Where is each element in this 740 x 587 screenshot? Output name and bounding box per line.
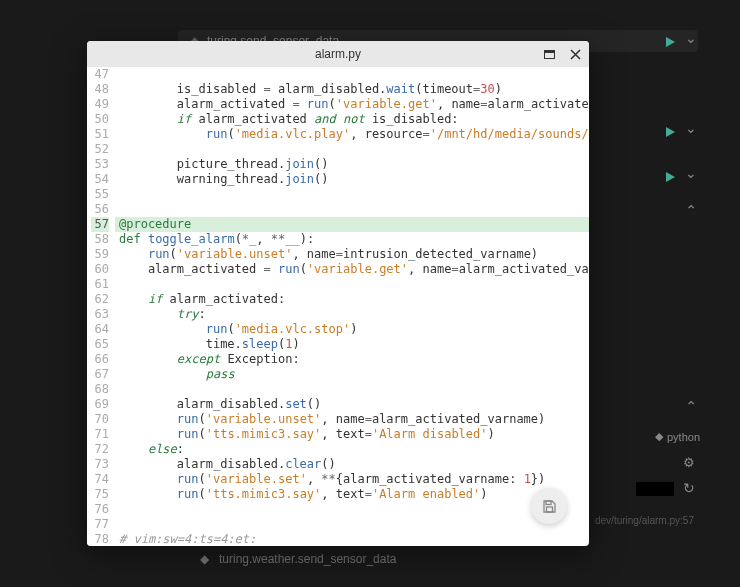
line-number: 64 (91, 322, 109, 337)
line-number: 71 (91, 427, 109, 442)
empty-badge (636, 482, 674, 496)
editor-area[interactable]: 4748495051525354555657585960616263646566… (87, 67, 589, 546)
chevron-down-icon[interactable]: ⌄ (685, 165, 697, 181)
line-number: 52 (91, 142, 109, 157)
code-line[interactable]: if alarm_activated and not is_disabled: (115, 112, 589, 127)
code-line[interactable]: run('media.vlc.play', resource='/mnt/hd/… (115, 127, 589, 142)
code-line[interactable]: time.sleep(1) (115, 337, 589, 352)
code-line[interactable]: run('variable.set', **{alarm_activated_v… (115, 472, 589, 487)
line-number: 50 (91, 112, 109, 127)
line-number: 68 (91, 382, 109, 397)
line-number: 54 (91, 172, 109, 187)
line-number: 56 (91, 202, 109, 217)
close-button[interactable] (567, 46, 583, 62)
refresh-icon[interactable]: ↻ (683, 480, 695, 496)
code-line[interactable]: run('tts.mimic3.say', text='Alarm disabl… (115, 427, 589, 442)
code-line[interactable]: def toggle_alarm(*_, **__): (115, 232, 589, 247)
code-line[interactable]: run('variable.unset', name=alarm_activat… (115, 412, 589, 427)
line-number: 61 (91, 277, 109, 292)
line-number: 69 (91, 397, 109, 412)
line-number: 53 (91, 157, 109, 172)
bg-row: ◆ turing.weather.send_sensor_data (200, 552, 396, 566)
line-number: 47 (91, 67, 109, 82)
line-number: 78 (91, 532, 109, 546)
maximize-icon (544, 50, 555, 59)
chevron-up-icon[interactable]: ⌄ (685, 202, 697, 218)
line-number: 48 (91, 82, 109, 97)
code-line[interactable]: except Exception: (115, 352, 589, 367)
line-gutter: 4748495051525354555657585960616263646566… (87, 67, 115, 546)
code-line[interactable]: is_disabled = alarm_disabled.wait(timeou… (115, 82, 589, 97)
code-line[interactable]: warning_thread.join() (115, 172, 589, 187)
svg-rect-2 (546, 501, 551, 505)
code-line[interactable] (115, 517, 589, 532)
svg-rect-3 (546, 507, 552, 512)
line-number: 58 (91, 232, 109, 247)
language-tag: ◆ python (655, 430, 700, 443)
code-line[interactable]: try: (115, 307, 589, 322)
svg-rect-1 (544, 50, 554, 53)
code-line[interactable] (115, 142, 589, 157)
code-line[interactable]: @procedure (115, 217, 589, 232)
code-line[interactable] (115, 67, 589, 82)
code-line[interactable] (115, 202, 589, 217)
line-number: 77 (91, 517, 109, 532)
line-number: 62 (91, 292, 109, 307)
code-line[interactable] (115, 277, 589, 292)
save-fab[interactable] (531, 488, 567, 524)
code-content[interactable]: is_disabled = alarm_disabled.wait(timeou… (115, 67, 589, 546)
code-line[interactable]: else: (115, 442, 589, 457)
maximize-button[interactable] (541, 46, 557, 62)
code-line[interactable] (115, 502, 589, 517)
line-number: 55 (91, 187, 109, 202)
code-line[interactable] (115, 382, 589, 397)
line-number: 76 (91, 502, 109, 517)
line-number: 73 (91, 457, 109, 472)
close-icon (570, 49, 581, 60)
run-icon[interactable] (660, 122, 680, 142)
code-line[interactable]: if alarm_activated: (115, 292, 589, 307)
line-number: 59 (91, 247, 109, 262)
line-number: 60 (91, 262, 109, 277)
code-line[interactable]: run('variable.unset', name=intrusion_det… (115, 247, 589, 262)
line-number: 72 (91, 442, 109, 457)
save-icon (542, 499, 557, 514)
run-icon[interactable] (660, 167, 680, 187)
chevron-down-icon[interactable]: ⌄ (685, 120, 697, 136)
line-number: 67 (91, 367, 109, 382)
code-line[interactable]: alarm_activated = run('variable.get', na… (115, 262, 589, 277)
line-number: 51 (91, 127, 109, 142)
bullet-icon: ◆ (200, 552, 209, 566)
line-number: 66 (91, 352, 109, 367)
settings-icon[interactable]: ⚙ (683, 455, 695, 470)
run-icon[interactable] (660, 32, 680, 52)
code-editor-modal: alarm.py 4748495051525354555657585960616… (87, 41, 589, 546)
line-number: 57 (91, 217, 109, 232)
code-line[interactable]: alarm_disabled.set() (115, 397, 589, 412)
code-line[interactable]: run('media.vlc.stop') (115, 322, 589, 337)
code-line[interactable]: pass (115, 367, 589, 382)
titlebar: alarm.py (87, 41, 589, 67)
line-number: 63 (91, 307, 109, 322)
code-line[interactable] (115, 187, 589, 202)
window-title: alarm.py (315, 47, 361, 61)
chevron-down-icon[interactable]: ⌄ (685, 30, 697, 46)
line-number: 65 (91, 337, 109, 352)
line-number: 74 (91, 472, 109, 487)
code-line[interactable]: run('tts.mimic3.say', text='Alarm enable… (115, 487, 589, 502)
code-line[interactable]: # vim:sw=4:ts=4:et: (115, 532, 589, 546)
chevron-up-icon[interactable]: ⌄ (685, 398, 697, 414)
line-number: 70 (91, 412, 109, 427)
diamond-icon: ◆ (655, 430, 663, 443)
code-line[interactable]: alarm_activated = run('variable.get', na… (115, 97, 589, 112)
line-number: 75 (91, 487, 109, 502)
file-path: dev/turing/alarm.py:57 (595, 515, 694, 526)
code-line[interactable]: alarm_disabled.clear() (115, 457, 589, 472)
line-number: 49 (91, 97, 109, 112)
code-line[interactable]: picture_thread.join() (115, 157, 589, 172)
